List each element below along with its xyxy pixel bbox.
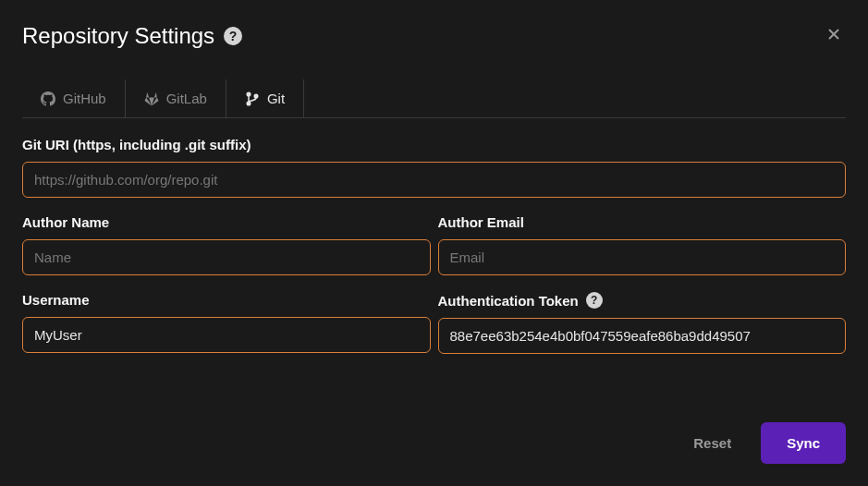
auth-token-input[interactable] [438, 318, 847, 354]
provider-tabs: GitHub GitLab Git [22, 79, 846, 118]
modal-header: Repository Settings ? [22, 22, 846, 50]
author-email-label: Author Email [438, 214, 847, 230]
github-icon [41, 91, 55, 106]
author-name-field: Author Name [22, 214, 431, 275]
username-input[interactable] [22, 317, 431, 353]
close-button[interactable] [822, 22, 846, 50]
help-icon[interactable]: ? [586, 292, 603, 309]
tab-git[interactable]: Git [226, 79, 304, 117]
repository-settings-modal: Repository Settings ? GitHub GitLab G [0, 0, 868, 486]
gitlab-icon [144, 91, 159, 106]
svg-point-3 [247, 102, 251, 105]
author-name-input[interactable] [22, 239, 431, 275]
author-email-field: Author Email [438, 214, 847, 275]
author-email-input[interactable] [438, 239, 847, 275]
auth-token-label: Authentication Token [438, 293, 579, 309]
author-name-label: Author Name [22, 214, 431, 230]
git-uri-field: Git URI (https, including .git suffix) [22, 137, 846, 198]
auth-token-field: Authentication Token ? [438, 292, 847, 354]
username-field: Username [22, 292, 431, 354]
tab-label: GitHub [63, 91, 106, 106]
reset-button[interactable]: Reset [679, 424, 746, 462]
title-wrap: Repository Settings ? [22, 23, 242, 49]
help-icon[interactable]: ? [224, 27, 242, 45]
author-row: Author Name Author Email [22, 214, 846, 275]
modal-footer: Reset Sync [22, 404, 846, 464]
git-branch-icon [245, 91, 260, 106]
git-uri-label: Git URI (https, including .git suffix) [22, 137, 846, 152]
git-settings-form: Git URI (https, including .git suffix) A… [22, 137, 846, 404]
tab-label: GitLab [166, 91, 207, 106]
auth-token-label-wrap: Authentication Token ? [438, 292, 847, 309]
svg-point-2 [247, 92, 251, 96]
username-label: Username [22, 292, 431, 308]
modal-title: Repository Settings [22, 23, 214, 49]
tab-label: Git [267, 91, 285, 106]
sync-button[interactable]: Sync [761, 422, 846, 464]
close-icon [825, 24, 842, 47]
git-uri-input[interactable] [22, 162, 846, 198]
tab-gitlab[interactable]: GitLab [126, 79, 226, 117]
tab-github[interactable]: GitHub [22, 79, 126, 117]
svg-point-4 [254, 94, 258, 98]
credentials-row: Username Authentication Token ? [22, 292, 846, 354]
